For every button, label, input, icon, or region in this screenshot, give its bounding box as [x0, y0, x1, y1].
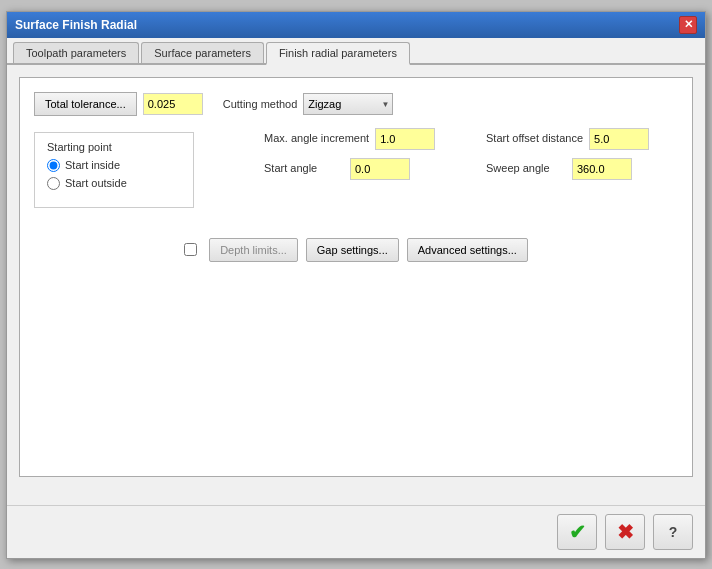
question-icon: ?: [669, 524, 678, 540]
right-params-grid: Max. angle increment Start offset distan…: [264, 128, 678, 180]
cutting-method-wrapper: Zigzag One way Spiral: [303, 93, 393, 115]
start-offset-item: Start offset distance: [486, 128, 678, 150]
advanced-settings-button[interactable]: Advanced settings...: [407, 238, 528, 262]
start-offset-label: Start offset distance: [486, 131, 583, 145]
gap-settings-button[interactable]: Gap settings...: [306, 238, 399, 262]
max-angle-label: Max. angle increment: [264, 131, 369, 145]
total-tolerance-button[interactable]: Total tolerance...: [34, 92, 137, 116]
params-layout: Starting point Start inside Start outsid…: [34, 128, 678, 208]
check-icon: ✔: [569, 520, 586, 544]
depth-limits-button[interactable]: Depth limits...: [209, 238, 298, 262]
start-inside-row: Start inside: [47, 159, 177, 172]
tab-toolpath[interactable]: Toolpath parameters: [13, 42, 139, 63]
start-angle-label: Start angle: [264, 161, 344, 175]
start-outside-row: Start outside: [47, 177, 177, 190]
sweep-angle-input[interactable]: [572, 158, 632, 180]
start-inside-radio[interactable]: [47, 159, 60, 172]
tab-bar: Toolpath parameters Surface parameters F…: [7, 38, 705, 65]
sweep-angle-label: Sweep angle: [486, 161, 566, 175]
left-section: Starting point Start inside Start outsid…: [34, 128, 264, 208]
cutting-method-select[interactable]: Zigzag One way Spiral: [303, 93, 393, 115]
start-inside-label: Start inside: [65, 159, 120, 171]
starting-point-box: Starting point Start inside Start outsid…: [34, 132, 194, 208]
window-title: Surface Finish Radial: [15, 18, 137, 32]
cutting-method-label: Cutting method: [223, 98, 298, 110]
starting-point-title: Starting point: [47, 141, 177, 153]
title-bar: Surface Finish Radial ✕: [7, 12, 705, 38]
footer-bar: ✔ ✖ ?: [7, 505, 705, 558]
right-section: Max. angle increment Start offset distan…: [264, 128, 678, 208]
max-angle-input[interactable]: [375, 128, 435, 150]
sweep-angle-item: Sweep angle: [486, 158, 678, 180]
tab-surface[interactable]: Surface parameters: [141, 42, 264, 63]
close-button[interactable]: ✕: [679, 16, 697, 34]
max-angle-item: Max. angle increment: [264, 128, 456, 150]
start-angle-input[interactable]: [350, 158, 410, 180]
tolerance-input[interactable]: [143, 93, 203, 115]
tab-finish-radial[interactable]: Finish radial parameters: [266, 42, 410, 65]
main-window: Surface Finish Radial ✕ Toolpath paramet…: [6, 11, 706, 559]
main-panel: Total tolerance... Cutting method Zigzag…: [19, 77, 693, 477]
help-button[interactable]: ?: [653, 514, 693, 550]
start-outside-label: Start outside: [65, 177, 127, 189]
depth-limits-checkbox[interactable]: [184, 243, 197, 256]
start-angle-item: Start angle: [264, 158, 456, 180]
x-icon: ✖: [617, 520, 634, 544]
ok-button[interactable]: ✔: [557, 514, 597, 550]
content-area: Total tolerance... Cutting method Zigzag…: [7, 65, 705, 505]
depth-row: Depth limits... Gap settings... Advanced…: [34, 238, 678, 262]
start-outside-radio[interactable]: [47, 177, 60, 190]
start-offset-input[interactable]: [589, 128, 649, 150]
cancel-button[interactable]: ✖: [605, 514, 645, 550]
